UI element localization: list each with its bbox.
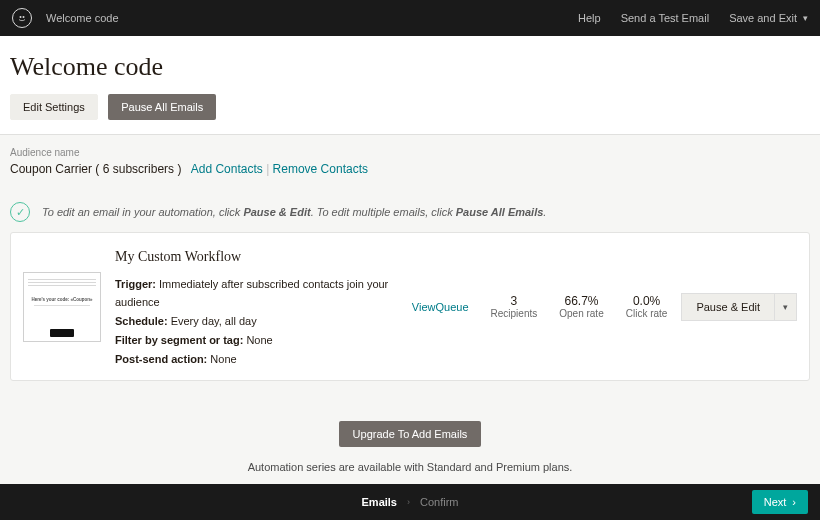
step-confirm[interactable]: Confirm xyxy=(420,496,459,508)
open-rate-stat: 66.7% Open rate xyxy=(559,294,603,319)
email-thumbnail[interactable]: Here's your code: «Coupon» xyxy=(23,272,101,342)
remove-contacts-link[interactable]: Remove Contacts xyxy=(273,162,368,176)
tip-banner: ✓ To edit an email in your automation, c… xyxy=(10,202,810,222)
page-title: Welcome code xyxy=(10,52,810,82)
chevron-down-icon[interactable]: ▾ xyxy=(803,13,808,23)
add-contacts-link[interactable]: Add Contacts xyxy=(191,162,263,176)
help-link[interactable]: Help xyxy=(578,12,601,24)
recipients-stat: 3 Recipients xyxy=(491,294,538,319)
footer-bar: Emails › Confirm Next › xyxy=(0,484,820,520)
tip-text: To edit an email in your automation, cli… xyxy=(42,206,546,218)
upgrade-note: Automation series are available with Sta… xyxy=(10,461,810,473)
email-details: My Custom Workflow Trigger: Immediately … xyxy=(115,245,398,368)
click-rate-stat: 0.0% Click rate xyxy=(626,294,668,319)
view-queue-link[interactable]: ViewQueue xyxy=(412,301,469,313)
email-card: Here's your code: «Coupon» My Custom Wor… xyxy=(10,232,810,381)
audience-section: Audience name Coupon Carrier ( 6 subscri… xyxy=(0,135,820,196)
mailchimp-logo-icon[interactable] xyxy=(12,8,32,28)
breadcrumb: Welcome code xyxy=(46,12,119,24)
chevron-right-icon: › xyxy=(792,496,796,508)
pause-edit-dropdown-icon[interactable]: ▾ xyxy=(775,293,797,321)
pause-edit-splitbutton: Pause & Edit ▾ xyxy=(681,293,797,321)
save-and-exit-link[interactable]: Save and Exit xyxy=(729,12,797,24)
audience-label: Audience name xyxy=(10,147,810,158)
next-button[interactable]: Next › xyxy=(752,490,808,514)
topbar: Welcome code Help Send a Test Email Save… xyxy=(0,0,820,36)
pause-edit-button[interactable]: Pause & Edit xyxy=(681,293,775,321)
workflow-title: My Custom Workflow xyxy=(115,245,398,269)
wizard-steps: Emails › Confirm xyxy=(362,496,459,508)
chevron-right-icon: › xyxy=(407,497,410,507)
svg-point-0 xyxy=(20,16,22,18)
send-test-email-link[interactable]: Send a Test Email xyxy=(621,12,709,24)
pause-all-emails-button[interactable]: Pause All Emails xyxy=(108,94,216,120)
svg-point-1 xyxy=(23,16,25,18)
view-queue-stat: ViewQueue xyxy=(412,301,469,313)
upgrade-to-add-emails-button[interactable]: Upgrade To Add Emails xyxy=(339,421,482,447)
upgrade-section: Upgrade To Add Emails Automation series … xyxy=(10,421,810,473)
check-circle-icon: ✓ xyxy=(10,202,30,222)
edit-settings-button[interactable]: Edit Settings xyxy=(10,94,98,120)
step-emails[interactable]: Emails xyxy=(362,496,397,508)
page-header: Welcome code Edit Settings Pause All Ema… xyxy=(0,36,820,135)
audience-name: Coupon Carrier ( 6 subscribers ) xyxy=(10,162,181,176)
stats-group: ViewQueue 3 Recipients 66.7% Open rate 0… xyxy=(412,294,668,319)
